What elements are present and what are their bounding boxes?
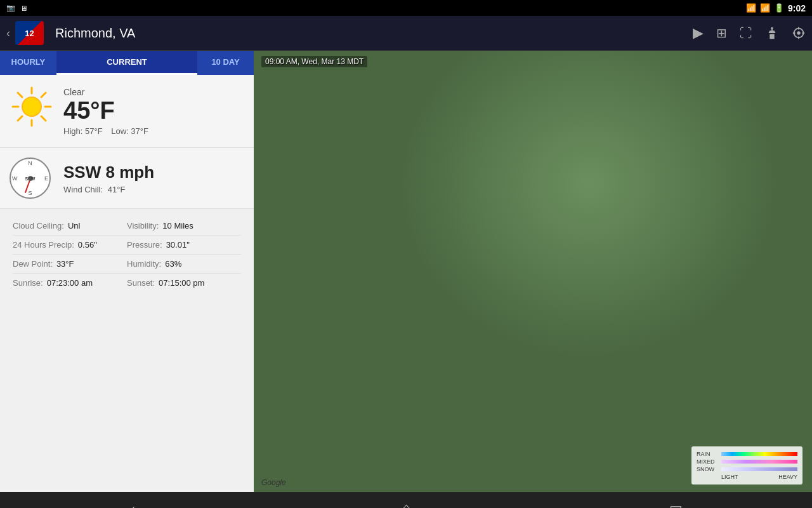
- left-panel: HOURLY CURRENT 10 DAY: [0, 51, 254, 492]
- rain-label: RAIN: [697, 451, 719, 457]
- mixed-label: MIXED: [697, 458, 719, 465]
- detail-row-dew: Dew Point: 33°F Humidity: 63%: [13, 255, 241, 274]
- visibility-item: Visibility: 10 Miles: [127, 221, 241, 231]
- visibility-label: Visibility:: [127, 221, 159, 231]
- low-value: 37°F: [131, 126, 148, 136]
- sunrise-value: 07:23:00 am: [47, 278, 93, 288]
- weather-icon: [10, 84, 54, 138]
- logo-text: 12: [25, 29, 34, 38]
- visibility-value: 10 Miles: [162, 221, 193, 231]
- play-icon[interactable]: ▶: [693, 25, 704, 41]
- wind-section: N S E W SSW SSW 8 mph Wind Chill: 41°F: [0, 148, 254, 209]
- humidity-item: Humidity: 63%: [127, 259, 241, 269]
- heavy-label: HEAVY: [778, 474, 797, 480]
- back-button[interactable]: ←: [129, 500, 143, 508]
- map-legend: RAIN MIXED SNOW LIGHT HEAVY: [691, 446, 802, 485]
- header-icons: ▶ ⊞ ⛶: [693, 25, 806, 41]
- map-panel[interactable]: 70 76 70 76 76 46 360 65 95 40 40 77 95: [254, 51, 812, 492]
- tab-10day[interactable]: 10 DAY: [197, 51, 254, 75]
- weather-section: Clear 45°F High: 57°F Low: 37°F: [0, 75, 254, 148]
- recent-button[interactable]: ▭: [669, 500, 683, 508]
- tabs: HOURLY CURRENT 10 DAY: [0, 51, 254, 75]
- high-label: High:: [63, 126, 82, 136]
- google-watermark: Google: [261, 478, 286, 487]
- map-datetime: 09:00 AM, Wed, Mar 13 MDT: [261, 56, 367, 67]
- location-icon[interactable]: [792, 26, 806, 40]
- compass-direction-text: SSW: [25, 176, 36, 180]
- compass-west: W: [12, 175, 18, 182]
- svg-point-7: [23, 98, 41, 116]
- cloud-ceiling-value: Unl: [68, 221, 81, 231]
- map-background: [254, 51, 812, 492]
- compass-north: N: [28, 160, 32, 166]
- weather-condition: Clear: [63, 87, 148, 97]
- dew-point-label: Dew Point:: [13, 259, 53, 269]
- svg-line-14: [41, 93, 46, 97]
- low-label: Low:: [111, 126, 128, 136]
- svg-point-1: [797, 31, 801, 35]
- sunrise-label: Sunrise:: [13, 278, 43, 288]
- compass-east: E: [44, 175, 48, 182]
- status-bar-right: 📶 📶 🔋 9:02: [746, 3, 806, 13]
- precip-label: 24 Hours Precip:: [13, 240, 74, 250]
- precip-value: 0.56": [78, 240, 97, 250]
- cloud-ceiling-label: Cloud Ceiling:: [13, 221, 64, 231]
- detail-row-cloud: Cloud Ceiling: Unl Visibility: 10 Miles: [13, 217, 241, 236]
- pressure-value: 30.01": [166, 240, 190, 250]
- header: ‹ 12 Richmond, VA ▶ ⊞ ⛶: [0, 16, 812, 51]
- main-content: HOURLY CURRENT 10 DAY: [0, 51, 812, 492]
- back-nav-icon[interactable]: ‹: [6, 27, 10, 40]
- pressure-item: Pressure: 30.01": [127, 240, 241, 250]
- pressure-label: Pressure:: [127, 240, 162, 250]
- compass-south: S: [28, 190, 32, 196]
- compass: N S E W SSW: [10, 157, 51, 199]
- svg-line-15: [18, 116, 22, 121]
- details-section: Cloud Ceiling: Unl Visibility: 10 Miles …: [0, 209, 254, 492]
- sunset-item: Sunset: 07:15:00 pm: [127, 278, 241, 288]
- dew-point-item: Dew Point: 33°F: [13, 259, 127, 269]
- humidity-value: 63%: [165, 259, 181, 269]
- svg-line-12: [18, 93, 22, 97]
- precip-item: 24 Hours Precip: 0.56": [13, 240, 127, 250]
- weather-temperature: 45°F: [63, 97, 148, 124]
- google-text: Google: [261, 478, 286, 487]
- antenna-icon[interactable]: [765, 26, 779, 40]
- home-button[interactable]: ⌂: [402, 500, 410, 508]
- battery-icon: 🔋: [774, 3, 784, 13]
- wifi-icon: 📶: [760, 3, 770, 13]
- status-bar: 📷 🖥 📶 📶 🔋 9:02: [0, 0, 812, 16]
- layers-icon[interactable]: ⊞: [716, 25, 727, 41]
- tab-hourly-label: HOURLY: [11, 57, 46, 67]
- fullscreen-icon[interactable]: ⛶: [740, 26, 752, 41]
- sunset-label: Sunset:: [127, 278, 155, 288]
- snow-label: SNOW: [697, 466, 719, 472]
- cloud-ceiling-item: Cloud Ceiling: Unl: [13, 221, 127, 231]
- signal-icon: 📶: [746, 3, 756, 13]
- svg-line-13: [41, 116, 46, 121]
- wind-speed: SSW 8 mph: [63, 163, 154, 182]
- datetime-text: 09:00 AM, Wed, Mar 13 MDT: [265, 57, 363, 66]
- wind-chill-label: Wind Chill:: [63, 185, 103, 194]
- tab-hourly[interactable]: HOURLY: [0, 51, 56, 75]
- humidity-label: Humidity:: [127, 259, 161, 269]
- status-bar-left: 📷 🖥: [6, 4, 27, 12]
- wind-chill: Wind Chill: 41°F: [63, 185, 154, 194]
- wind-chill-value: 41°F: [108, 185, 126, 194]
- city-label: Richmond, VA: [55, 26, 693, 41]
- notification-icon: 📷: [6, 4, 15, 12]
- time-display: 9:02: [788, 3, 806, 13]
- sunset-value: 07:15:00 pm: [159, 278, 204, 288]
- wind-info: SSW 8 mph Wind Chill: 41°F: [63, 163, 154, 194]
- legend-row: RAIN MIXED SNOW LIGHT HEAVY: [697, 451, 797, 480]
- tab-current[interactable]: CURRENT: [56, 51, 197, 75]
- screenshot-icon: 🖥: [20, 4, 27, 12]
- detail-row-sun: Sunrise: 07:23:00 am Sunset: 07:15:00 pm: [13, 274, 241, 292]
- light-label: LIGHT: [721, 474, 738, 480]
- app-logo: 12: [15, 21, 44, 45]
- weather-info: Clear 45°F High: 57°F Low: 37°F: [63, 87, 148, 136]
- tab-current-label: CURRENT: [107, 57, 147, 67]
- detail-row-precip: 24 Hours Precip: 0.56" Pressure: 30.01": [13, 236, 241, 255]
- dew-point-value: 33°F: [56, 259, 74, 269]
- sunrise-item: Sunrise: 07:23:00 am: [13, 278, 127, 288]
- weather-hilo: High: 57°F Low: 37°F: [63, 126, 148, 136]
